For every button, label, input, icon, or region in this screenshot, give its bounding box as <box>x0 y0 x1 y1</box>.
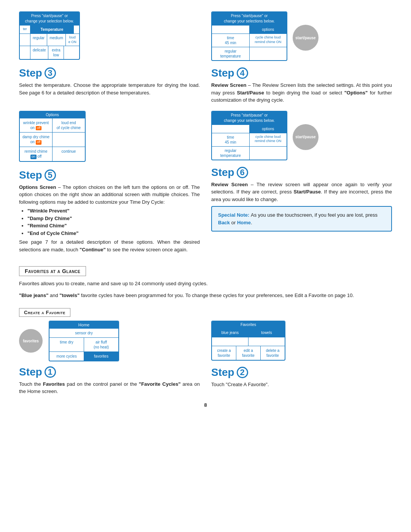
step5-label: Step <box>19 169 42 181</box>
bullet-wrinkle: "Wrinkle Prevent" <box>27 207 200 215</box>
step6-num: 6 <box>237 167 248 178</box>
step4-label: Step <box>211 67 234 79</box>
fav-blue-jeans: blue jeans <box>212 328 249 337</box>
favorites-section: Favorites at a Glance Favorites allows y… <box>19 260 392 300</box>
remind-on-badge: on <box>30 155 37 159</box>
step6-startpause-bold: Start/Pause <box>294 189 321 195</box>
home-air-fluff: air fluff(no heat) <box>84 338 118 351</box>
fav-step2-heading: Step 2 <box>211 366 392 379</box>
start-pause-button-1[interactable]: start/pause <box>293 25 319 51</box>
review2-col-empty <box>212 125 250 133</box>
fav-step1-fav-cycles-bold: "Favorite Cycles" <box>139 381 181 387</box>
special-note-or: or <box>230 220 237 225</box>
towels-bold: "towels" <box>59 292 80 298</box>
favorites-body1: Favorites allows you to create, name and… <box>19 280 392 288</box>
options-wrinkle: wrinkle preventon off <box>20 118 53 133</box>
home-favorites: favorites <box>84 352 118 361</box>
fav-step1-heading: Step 1 <box>19 366 200 378</box>
favorites-circle: favorites <box>19 329 43 353</box>
bullet-end-cycle: "End of Cycle Chime" <box>27 230 200 237</box>
special-note-text: As you use the touchscreen, if you feel … <box>251 212 378 218</box>
step5-col: Options wrinkle preventon off loud endof… <box>19 111 200 254</box>
create-favorite-heading: Create a Favorite <box>19 308 70 317</box>
fav-towels: towels <box>249 328 285 337</box>
review2-temp: regulartemperature <box>212 147 250 160</box>
temp-regular: regular <box>30 34 47 46</box>
temp-screen: Press "start/pause" orchange your select… <box>19 11 80 60</box>
step5-body: Options Screen – The option choices on t… <box>19 184 200 206</box>
step4-startpause-bold: Start/Pause <box>237 90 264 96</box>
review2-options-empty <box>250 147 287 160</box>
page-number: 8 <box>19 402 392 408</box>
create-fav-step2-col: Favorites blue jeans towels create afavo… <box>211 321 392 395</box>
step6-heading: Step 6 <box>211 166 392 179</box>
fav-step1-label: Step <box>19 366 42 378</box>
step1-panel-area: favorites Home sensor dry time dry air f… <box>19 321 200 361</box>
review2-time: time45 min <box>212 133 250 146</box>
options-damp-right <box>53 133 85 147</box>
temp-screen-header: Press "start/pause" orchange your select… <box>20 12 79 25</box>
create-fav-step1-col: favorites Home sensor dry time dry air f… <box>19 321 200 395</box>
step6-panel-area: Press "start/pause" orchange your select… <box>211 111 392 163</box>
create-favorite-steps: favorites Home sensor dry time dry air f… <box>19 321 392 395</box>
fav-screen-container: Favorites blue jeans towels create afavo… <box>211 321 392 362</box>
blue-jeans-bold: "Blue jeans" <box>19 292 48 298</box>
step6-review-bold: Review Screen <box>211 182 248 187</box>
step3-body: Select the temperature. Choose the appro… <box>19 81 200 96</box>
fav-empty1 <box>212 337 249 346</box>
fav-delete: delete afavorite <box>261 346 285 360</box>
temp-medium: medium <box>47 34 66 46</box>
home-more-cycles: more cycles <box>49 352 84 361</box>
step6-label: Step <box>211 166 234 179</box>
options-damp: damp dry chimeon off <box>20 133 53 147</box>
bullet-remind: "Remind Chime" <box>27 222 200 230</box>
home-time-dry: time dry <box>49 338 84 351</box>
temp-empty <box>64 46 79 59</box>
options-header: Options <box>20 112 85 118</box>
review-col-empty <box>212 26 250 34</box>
fav-step2-label: Step <box>211 366 234 379</box>
step3-heading: Step 3 <box>19 67 200 79</box>
special-note-box: Special Note: As you use the touchscreen… <box>211 206 392 232</box>
options-loud-end: loud endof cycle chime <box>53 118 85 133</box>
options-remind: remind chimeon off <box>20 147 53 161</box>
special-note-period: . <box>251 220 252 225</box>
start-pause-button-2[interactable]: start/pause <box>293 124 319 150</box>
temp-side-empty2 <box>20 46 30 59</box>
temp-side-empty <box>20 34 30 46</box>
step5-num: 5 <box>45 169 56 181</box>
step5-heading: Step 5 <box>19 169 200 181</box>
fav-step2-body: Touch "Create A Favorite". <box>211 381 392 388</box>
review-screen-1-header: Press "start/pause" orchange your select… <box>212 12 287 25</box>
home-sensor-dry: sensor dry <box>49 329 118 337</box>
home-screen-header: Home <box>49 321 118 328</box>
step3-num: 3 <box>45 67 56 79</box>
step4-panel-area: Press "start/pause" orchange your select… <box>211 11 392 64</box>
step5-bullet-list: "Wrinkle Prevent" "Damp Dry Chime" "Remi… <box>23 207 200 237</box>
step4-col: Press "start/pause" orchange your select… <box>211 11 392 104</box>
fav-screen: Favorites blue jeans towels create afavo… <box>211 321 285 361</box>
step5-options-bold: Options Screen <box>19 184 56 190</box>
review2-col-options: options <box>250 125 287 133</box>
review2-options-detail: cycle chime loudremind chime ON <box>250 133 287 146</box>
bullet-damp: "Damp Dry Chime" <box>27 215 200 222</box>
temp-col-header: Temperature <box>30 26 74 34</box>
temp-right-spacer <box>74 26 79 34</box>
special-note-label: Special Note: <box>218 212 251 218</box>
favorites-body2: "Blue jeans" and "towels" favorite cycle… <box>19 292 392 300</box>
create-favorite-heading-text: Create a Favorite <box>24 310 65 315</box>
review-screen-2-header: Press "start/pause" orchange your select… <box>212 112 287 125</box>
fav-screen-header: Favorites <box>212 321 285 328</box>
favorites-section-heading: Favorites at a Glance <box>19 266 86 276</box>
create-favorite-section: Create a Favorite favorites Home sensor … <box>19 304 392 395</box>
home-screen: Home sensor dry time dry air fluff(no he… <box>49 321 119 361</box>
fav-step2-num: 2 <box>237 367 248 378</box>
special-note-home: Home <box>237 220 251 225</box>
options-screen: Options wrinkle preventon off loud endof… <box>19 111 86 162</box>
fav-step1-bold: Favorites <box>43 381 65 387</box>
step4-heading: Step 4 <box>211 67 392 79</box>
fav-edit: edit afavorite <box>236 346 261 360</box>
step6-body: Review Screen – The review screen will a… <box>211 181 392 203</box>
step4-body: Review Screen – The Review Screen lists … <box>211 81 392 104</box>
step5-body-end: See page 7 for a detailed description of… <box>19 238 200 253</box>
